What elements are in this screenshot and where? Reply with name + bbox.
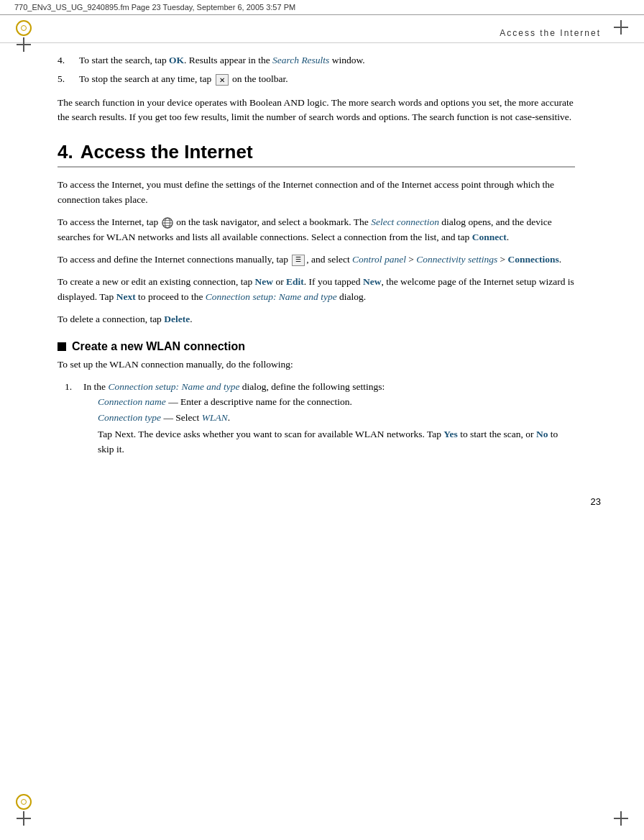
body-para-2: To access the Internet, tap on the task … [58,215,575,245]
delete-link: Delete [164,314,190,324]
subsection-bullet [58,342,66,351]
subsection-steps: 1. In the Connection setup: Name and typ… [65,380,575,460]
chapter-header: Access the Internet [0,15,644,43]
subsection-title: Create a new WLAN connection [72,340,245,353]
section-number: 4. [58,141,73,163]
chapter-title: Access the Internet [500,28,601,38]
select-connection-link: Select connection [371,216,439,227]
tap-next-text: Tap Next. The device asks whether you wa… [98,429,558,455]
ok-link: OK [169,55,184,65]
section-heading: 4. Access the Internet [58,141,575,163]
edit-link: Edit [286,276,304,287]
step-1-text: In the Connection setup: Name and type d… [83,381,385,392]
corner-br [614,811,628,826]
new-link-1: New [255,276,274,287]
crosshair-br [614,811,628,826]
connectivity-settings-link: Connectivity settings [416,254,497,265]
main-content: 4. To start the search, tap OK. Results … [0,46,618,492]
sub-item-connection-name: Connection name — Enter a descriptive na… [98,395,575,410]
step-5-num: 5. [58,72,79,86]
subsection-step-1: 1. In the Connection setup: Name and typ… [65,380,575,460]
gold-circle-bl [16,794,32,810]
connections-link: Connections [508,254,559,265]
step-1-num: 1. [65,380,83,460]
body-para-3: To access and define the Internet connec… [58,252,575,268]
step-5: 5. To stop the search at any time, tap ✕… [58,72,575,86]
corner-bl [16,794,32,826]
body-para-1: To access the Internet, you must define … [58,178,575,208]
control-panel-link: Control panel [352,254,406,265]
step-5-text: To stop the search at any time, tap ✕ on… [79,72,575,86]
header-filename: 770_ENv3_US_UG_9240895.fm Page 23 Tuesda… [14,3,295,12]
body-para-4: To create a new or edit an existing conn… [58,275,575,305]
search-results-link: Search Results [272,55,329,65]
next-link: Next [116,291,136,302]
wlan-link: WLAN [202,412,228,423]
connection-name-desc: — Enter a descriptive name for the conne… [168,396,352,407]
connection-type-label: Connection type [98,412,161,423]
connection-name-label: Connection name [98,396,166,407]
section-divider [58,166,575,168]
x-icon: ✕ [216,74,229,86]
globe-icon [162,217,173,229]
connection-setup-link: Connection setup: Name and type [206,291,337,302]
connection-type-desc: — Select WLAN. [163,412,230,423]
subsection-intro: To set up the WLAN connection manually, … [58,357,575,373]
step-4: 4. To start the search, tap OK. Results … [58,53,575,68]
top-steps: 4. To start the search, tap OK. Results … [58,53,575,87]
step-1-content: In the Connection setup: Name and type d… [83,380,575,460]
yes-link: Yes [443,429,458,439]
new-link-2: New [363,276,382,287]
body-para-5: To delete a connection, tap Delete. [58,312,575,327]
page-number: 23 [0,496,644,507]
sub-item-tap-next: Tap Next. The device asks whether you wa… [98,427,575,457]
crosshair-bl [17,811,31,826]
section-title: Access the Internet [80,141,253,163]
no-link: No [536,429,548,439]
menu-icon: ☰ [292,255,305,266]
subsection-heading: Create a new WLAN connection [58,340,575,353]
header-bar: 770_ENv3_US_UG_9240895.fm Page 23 Tuesda… [0,0,644,15]
connect-link: Connect [472,232,507,242]
search-function-para: The search function in your device opera… [58,96,575,126]
step-4-text: To start the search, tap OK. Results app… [79,53,575,68]
step-4-num: 4. [58,53,79,68]
sub-item-connection-type: Connection type — Select WLAN. [98,411,575,426]
connection-setup-name-type-link: Connection setup: Name and type [109,381,240,392]
